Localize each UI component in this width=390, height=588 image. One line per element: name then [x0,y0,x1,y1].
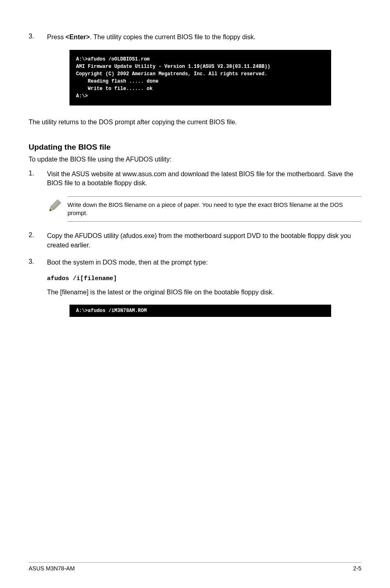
pencil-icon [47,196,67,215]
command-afudos: afudos /i[filename] [47,275,361,282]
step-suffix: . The utility copies the current BIOS fi… [90,34,256,40]
step-text: Press <Enter>. The utility copies the cu… [47,33,256,42]
terminal-output-1: A:\>afudos /oOLDBIOS1.rom AMI Firmware U… [69,50,331,105]
step-number: 3. [29,258,47,267]
step-3b-after: The [filename] is the latest or the orig… [47,288,361,297]
step-3: 3. Press <Enter>. The utility copies the… [29,33,361,42]
footer-right: 2-5 [353,565,361,572]
page-footer: ASUS M3N78-AM 2-5 [29,562,361,572]
terminal-output-2: A:\>afudos /iM3N78AM.ROM [69,305,331,317]
step-2b: 2. Copy the AFUDOS utility (afudos.exe) … [29,231,361,250]
heading-updating-bios: Updating the BIOS file [29,143,361,152]
step-number: 3. [29,33,47,42]
note-block: Write down the BIOS filename on a piece … [47,196,361,222]
step-3b: 3. Boot the system in DOS mode, then at … [29,258,361,267]
step-text: Visit the ASUS website at www.asus.com a… [47,170,361,188]
subpara-update: To update the BIOS file using the AFUDOS… [29,156,361,163]
step-1b: 1. Visit the ASUS website at www.asus.co… [29,170,361,188]
note-text: Write down the BIOS filename on a piece … [67,196,361,222]
footer-left: ASUS M3N78-AM [29,565,75,572]
step-text: Copy the AFUDOS utility (afudos.exe) fro… [47,231,361,250]
paragraph-returns: The utility returns to the DOS prompt af… [29,118,361,127]
step-number: 2. [29,231,47,250]
step-number: 1. [29,170,47,188]
step-text: Boot the system in DOS mode, then at the… [47,258,361,267]
step-bold: <Enter> [65,34,90,40]
step-prefix: Press [47,34,65,40]
